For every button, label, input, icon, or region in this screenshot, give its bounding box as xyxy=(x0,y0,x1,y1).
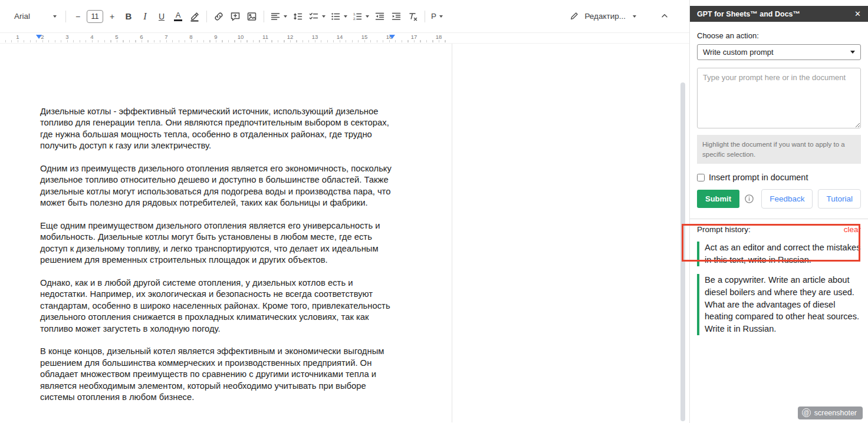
font-size-increase-button[interactable]: + xyxy=(104,9,120,24)
paragraph-tools-label: P xyxy=(431,12,436,21)
action-select-value: Write custom prompt xyxy=(703,48,774,57)
history-item[interactable]: Be a copywriter. Write an article about … xyxy=(697,274,861,335)
paragraph[interactable]: В конце концов, дизельный котел является… xyxy=(40,346,393,403)
chevron-down-icon xyxy=(633,15,636,18)
insert-prompt-checkbox-row[interactable]: Insert prompt in document xyxy=(697,173,861,182)
ruler: 123456789101112131415161718 xyxy=(0,33,689,44)
watermark-label: screenshoter xyxy=(814,409,857,417)
watermark-badge: @ screenshoter xyxy=(798,407,863,419)
clear-formatting-icon xyxy=(407,11,418,22)
app-window: Arial − 11 + B I U A xyxy=(0,0,868,423)
clear-formatting-button[interactable] xyxy=(405,9,420,24)
insert-link-button[interactable] xyxy=(211,9,226,24)
tutorial-button[interactable]: Tutorial xyxy=(818,189,861,209)
paragraph[interactable]: Еще одним преимуществом дизельного отопл… xyxy=(40,220,393,266)
insert-prompt-checkbox[interactable] xyxy=(697,174,705,181)
toolbar-separator xyxy=(206,11,207,22)
paragraph[interactable]: Одним из преимуществ дизельного отоплени… xyxy=(40,163,393,209)
svg-text:2.: 2. xyxy=(353,17,356,21)
right-indent-marker[interactable] xyxy=(389,35,395,39)
outdent-icon xyxy=(374,11,385,22)
line-spacing-icon xyxy=(292,11,303,22)
link-icon xyxy=(213,11,224,22)
paragraph-tools-button[interactable]: P xyxy=(429,9,445,24)
bold-button[interactable]: B xyxy=(121,9,136,24)
line-spacing-button[interactable] xyxy=(290,9,305,24)
font-family-value: Arial xyxy=(14,12,30,21)
submit-button[interactable]: Submit xyxy=(697,190,739,208)
sidebar-title: GPT for Sheets™ and Docs™ xyxy=(697,10,800,18)
comment-add-icon xyxy=(230,11,241,22)
numbered-list-button[interactable]: 1. 2. xyxy=(350,9,371,24)
editing-mode-button[interactable]: Редактир... xyxy=(565,9,641,24)
checklist-button[interactable] xyxy=(307,9,327,24)
checklist-icon xyxy=(308,11,319,22)
numbered-list-icon: 1. 2. xyxy=(352,11,363,22)
feedback-button[interactable]: Feedback xyxy=(761,189,813,209)
toolbar-separator xyxy=(264,11,264,22)
align-left-icon xyxy=(270,11,281,22)
text-color-button[interactable]: A xyxy=(170,9,186,24)
chevron-down-icon xyxy=(322,15,326,18)
paragraph[interactable]: Однако, как и в любой другой системе ото… xyxy=(40,277,393,335)
toolbar-separator xyxy=(425,11,425,22)
document-editor: Arial − 11 + B I U A xyxy=(0,0,690,423)
underline-button[interactable]: U xyxy=(154,9,169,24)
docs-toolbar: Arial − 11 + B I U A xyxy=(0,0,689,33)
ruler-numbers: 123456789101112131415161718 xyxy=(0,33,689,41)
action-select[interactable]: Write custom prompt xyxy=(697,44,861,60)
chevron-down-icon xyxy=(439,15,443,18)
align-button[interactable] xyxy=(268,9,289,24)
document-page[interactable]: Дизельные котлы - эффективный термически… xyxy=(0,44,393,404)
font-size-decrease-button[interactable]: − xyxy=(70,9,86,24)
decrease-indent-button[interactable] xyxy=(372,9,387,24)
text-color-letter: A xyxy=(176,11,181,19)
font-size-input[interactable]: 11 xyxy=(87,10,103,23)
info-icon[interactable] xyxy=(744,194,754,204)
collapse-toolbar-button[interactable] xyxy=(657,9,673,24)
bulleted-list-button[interactable] xyxy=(328,9,349,24)
at-icon: @ xyxy=(802,408,811,417)
indent-icon xyxy=(391,11,402,22)
sidebar-body: Choose an action: Write custom prompt Hi… xyxy=(690,22,868,335)
chevron-up-icon xyxy=(660,11,670,22)
insert-prompt-checkbox-label: Insert prompt in document xyxy=(709,173,808,182)
history-header: Prompt history: clear xyxy=(697,225,861,234)
add-comment-button[interactable] xyxy=(228,9,243,24)
highlighter-icon xyxy=(189,11,200,22)
action-label: Choose an action: xyxy=(697,31,861,40)
left-indent-marker[interactable] xyxy=(36,35,42,39)
font-family-select[interactable]: Arial xyxy=(9,9,61,24)
prompt-input[interactable] xyxy=(697,68,861,128)
chevron-down-icon xyxy=(284,15,287,18)
history-item[interactable]: Act as an editor and correct the mistake… xyxy=(697,242,861,266)
chevron-down-icon xyxy=(344,15,347,18)
bulleted-list-icon xyxy=(330,11,341,22)
toolbar-separator xyxy=(65,11,66,22)
selection-hint: Highlight the document if you want to ap… xyxy=(697,135,861,164)
actions-row: Submit Feedback Tutorial xyxy=(697,189,861,209)
italic-button[interactable]: I xyxy=(137,9,153,24)
chevron-down-icon xyxy=(53,15,57,18)
pencil-icon xyxy=(570,11,580,22)
page-right-edge xyxy=(452,44,452,422)
highlight-color-button[interactable] xyxy=(187,9,202,24)
text-color-icon: A xyxy=(174,11,182,21)
close-icon[interactable]: ✕ xyxy=(854,9,861,18)
vertical-scrollbar[interactable] xyxy=(680,82,685,421)
editing-mode-label: Редактир... xyxy=(584,12,626,21)
image-icon xyxy=(246,11,257,22)
chevron-down-icon xyxy=(850,51,855,54)
history-title: Prompt history: xyxy=(697,225,751,234)
insert-image-button[interactable] xyxy=(244,9,259,24)
svg-text:1.: 1. xyxy=(353,12,356,15)
document-canvas: Дизельные котлы - эффективный термически… xyxy=(0,44,689,422)
increase-indent-button[interactable] xyxy=(389,9,404,24)
paragraph[interactable]: Дизельные котлы - эффективный термически… xyxy=(40,106,393,152)
gpt-sidebar: GPT for Sheets™ and Docs™ ✕ Choose an ac… xyxy=(690,0,868,423)
sidebar-header: GPT for Sheets™ and Docs™ ✕ xyxy=(690,6,868,22)
chevron-down-icon xyxy=(366,15,369,18)
divider xyxy=(690,219,868,219)
clear-history-link[interactable]: clear xyxy=(844,225,861,234)
